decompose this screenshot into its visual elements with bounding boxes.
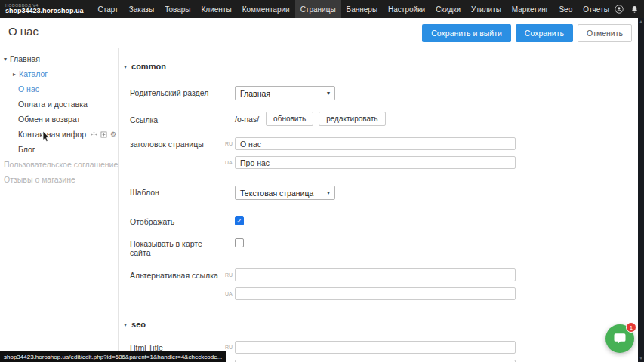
lang-tag-ru: RU [225,345,235,350]
menu-item-utilities[interactable]: Утилиты [466,0,507,18]
cancel-button[interactable]: Отменить [578,24,632,42]
alt-link-row: Альтернативная ссылка RU UA [130,268,638,300]
menu-item-reports[interactable]: Отчеты [578,0,615,18]
menu-item-pages[interactable]: Страницы [295,0,341,18]
scroll-up-icon[interactable]: ▲ [639,18,643,25]
alt-link-ru-wrap: RU [225,268,516,281]
menu-item-settings[interactable]: Настройки [383,0,430,18]
sitemap-label: Показывать в карте сайта [130,237,225,257]
sidebar-item-label: Блог [18,145,35,154]
chat-unread-badge: 1 [626,322,636,333]
sidebar-item-obmen-i-vozvrat[interactable]: Обмен и возврат [0,112,118,127]
page-edit-form: ▾ common Родительский раздел Главная ▾ С… [119,48,638,362]
header-buttons: Сохранить и выйти Сохранить Отменить [422,24,632,42]
sidebar-item-glavnaya[interactable]: ▾ Главная [0,51,118,66]
status-url-tooltip: shop34423.horoshop.ua/edit/edit.php?id=6… [0,351,226,362]
section-seo[interactable]: ▾ seo [124,320,638,329]
link-label: Ссылка [130,112,225,124]
pages-tree-sidebar: ▾ Главная ▸ Каталог О нас Оплата и доста… [0,48,119,362]
menu-item-discounts[interactable]: Скидки [430,0,466,18]
page-title-ua-input[interactable] [235,156,516,169]
lang-tag-ru: RU [225,141,235,146]
sitemap-row: Показывать в карте сайта ✓ [130,237,638,257]
vertical-scrollbar[interactable]: ▲ ▼ [638,18,644,362]
sidebar-item-otzyvy-o-magazine[interactable]: Отзывы о магазине [0,172,118,187]
page-title-ru-wrap: RU [225,137,516,150]
chat-icon [613,332,627,345]
link-edit-button[interactable]: редактировать [319,112,385,126]
chevron-down-icon[interactable]: ▾ [124,63,127,70]
menu-item-marketing[interactable]: Маркетинг [507,0,554,18]
sidebar-item-o-nas[interactable]: О нас [0,81,118,97]
sidebar-item-katalog[interactable]: ▸ Каталог [0,66,118,81]
topbar: НОВОВВОД V4 shop34423.horoshop.ua Старт … [0,0,644,18]
menu-item-orders[interactable]: Заказы [124,0,159,18]
template-selected-value: Текстовая страница [240,189,313,198]
display-label: Отображать [130,215,225,226]
gear-icon[interactable]: ⚙ [110,131,116,138]
menu-item-clients[interactable]: Клиенты [196,0,237,18]
page-header: О нас Сохранить и выйти Сохранить Отмени… [0,18,638,48]
sitemap-checkbox[interactable]: ✓ [235,238,244,247]
html-title-inputs: RU UA [225,341,516,362]
display-checkbox[interactable]: ✓ [235,216,244,225]
page-title-ru-input[interactable] [235,137,516,150]
chevron-right-icon[interactable]: ▸ [13,71,16,78]
alt-link-ru-input[interactable] [235,268,516,281]
sidebar-item-label: О нас [18,84,39,94]
notifications-bell-icon[interactable] [630,5,639,14]
scroll-down-icon[interactable]: ▼ [639,355,643,362]
template-select[interactable]: Текстовая страница ▾ [235,186,335,200]
parent-section-label: Родительский раздел [130,86,225,97]
check-icon: ✓ [236,218,242,225]
link-row: Ссылка /o-nas/ обновить редактировать [130,112,638,126]
link-value: /o-nas/ [235,115,259,124]
alt-link-ua-input[interactable] [235,287,516,300]
html-title-ru-wrap: RU [225,341,516,354]
topbar-menu: Старт Заказы Товары Клиенты Комментарии … [93,0,615,18]
sidebar-item-label: Оплата и доставка [18,100,88,109]
save-button[interactable]: Сохранить [516,24,573,42]
sidebar-item-label: Каталог [19,69,48,78]
menu-item-seo[interactable]: Seo [553,0,578,18]
lang-tag-ua: UA [225,291,235,296]
menu-item-banners[interactable]: Баннеры [341,0,383,18]
sidebar-item-label: Главная [10,54,40,63]
topbar-icons [615,5,644,14]
alt-link-ua-wrap: UA [225,287,516,300]
tree-item-actions: ⚙ [91,131,118,138]
template-label: Шаблон [130,186,225,197]
template-row: Шаблон Текстовая страница ▾ [130,186,638,200]
chevron-down-icon[interactable]: ▾ [124,321,127,328]
html-title-ru-input[interactable] [235,341,516,354]
user-account-icon[interactable] [615,5,624,14]
link-refresh-button[interactable]: обновить [266,112,313,126]
link-controls: /o-nas/ обновить редактировать [235,112,391,126]
chat-widget-button[interactable]: 1 [605,324,634,353]
parent-section-selected-value: Главная [240,89,270,98]
parent-section-select[interactable]: Главная ▾ [235,86,335,100]
menu-item-products[interactable]: Товары [159,0,196,18]
sidebar-item-label: Отзывы о магазине [4,175,75,184]
menu-item-start[interactable]: Старт [93,0,124,18]
sidebar-item-label: Обмен и возврат [18,115,80,124]
section-seo-title: seo [131,320,146,329]
menu-item-comments[interactable]: Комментарии [237,0,295,18]
parent-section-row: Родительский раздел Главная ▾ [130,86,638,100]
add-page-icon[interactable] [100,131,107,138]
sidebar-item-polzovatelskoe-soglashenie[interactable]: Пользовательское соглашение [0,157,118,172]
logo[interactable]: НОВОВВОД V4 shop34423.horoshop.ua [0,3,93,15]
lang-tag-ua: UA [225,160,235,165]
page-title-ua-wrap: UA [225,156,516,169]
chevron-down-icon[interactable]: ▾ [4,56,7,63]
section-common[interactable]: ▾ common [124,62,638,71]
move-icon[interactable] [91,131,97,138]
save-and-exit-button[interactable]: Сохранить и выйти [422,24,511,42]
sidebar-item-blog[interactable]: Блог [0,142,118,157]
display-row: Отображать ✓ [130,215,638,226]
sidebar-item-label: Пользовательское соглашение [4,160,118,169]
logo-shop-domain: shop34423.horoshop.ua [5,8,84,15]
sidebar-item-oplata-i-dostavka[interactable]: Оплата и доставка [0,97,118,112]
sidebar-item-kontaktnaya-infor[interactable]: Контактная инфор ⚙ [0,127,118,142]
page-title-inputs: RU UA [225,137,516,169]
